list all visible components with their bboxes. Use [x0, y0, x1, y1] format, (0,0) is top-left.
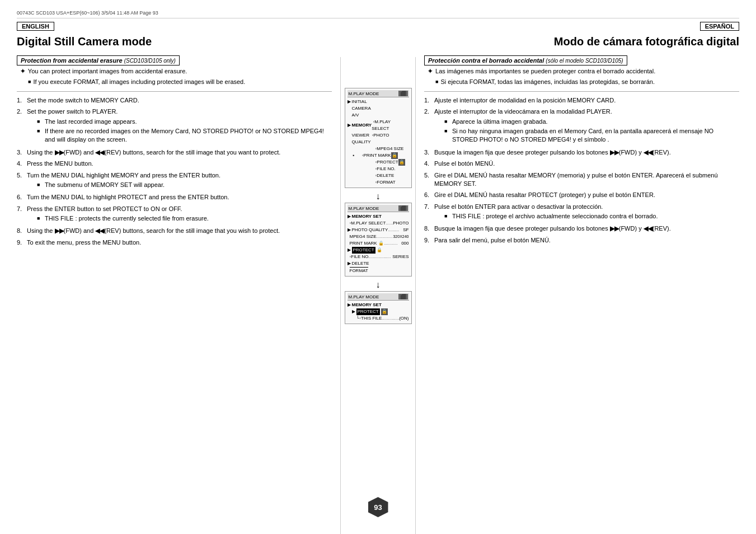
section-header-es: Protección contra el borrado accidental …: [424, 57, 739, 64]
step-en-4: 4. Press the MENU button.: [17, 160, 332, 168]
en-bullets: ✦ You can protect important images from …: [17, 67, 332, 87]
step-en-9: 9. To exit the menu, press the MENU butt…: [17, 238, 332, 247]
content-area: Protection from accidental erasure (SCD1…: [17, 57, 739, 534]
diagram-1: M.PLAY MODE ⬛ ▶INITIAL CAMERA A/V ▶MEMOR…: [345, 88, 412, 188]
lang-badge-es: ESPAÑOL: [700, 22, 739, 31]
step-en-5: 5. Turn the MENU DIAL highlight MEMORY a…: [17, 171, 332, 191]
step-en-8: 8. Using the ▶▶(FWD) and ◀◀(REV) buttons…: [17, 227, 332, 235]
english-column: Protection from accidental erasure (SCD1…: [17, 57, 340, 534]
diagrams-column: M.PLAY MODE ⬛ ▶INITIAL CAMERA A/V ▶MEMOR…: [340, 57, 416, 534]
step-es-7: 7. Pulse el botón ENTER para activar o d…: [424, 203, 739, 222]
step-en-1: 1. Set the mode switch to MEMORY CARD.: [17, 96, 332, 105]
step-en-7: 7. Press the ENTER button to set PROTECT…: [17, 205, 332, 224]
step-es-1: 1. Ajuste el interruptor de modalidad en…: [424, 96, 739, 105]
lang-badge-en: ENGLISH: [17, 22, 54, 31]
page-container: 00743C SCD103 USA+ESP(60~106) 3/5/04 11:…: [0, 0, 756, 534]
step-es-3: 3. Busque la imagen fija que desee prote…: [424, 148, 739, 157]
step-en-6: 6. Turn the MENU DIAL to highlight PROTE…: [17, 193, 332, 202]
section-header-en: Protection from accidental erasure (SCD1…: [17, 57, 332, 64]
step-en-2: 2. Set the power switch to PLAYER. The l…: [17, 107, 332, 146]
es-steps: 1. Ajuste el interruptor de modalidad en…: [424, 96, 739, 245]
diagram-3: M.PLAY MODE ⬛ ▶MEMORY SET ▶PROTECT 🔒 └◦T…: [345, 291, 412, 324]
file-info: 00743C SCD103 USA+ESP(60~106) 3/5/04 11:…: [17, 10, 739, 18]
main-title-es: Modo de cámara fotográfica digital: [554, 35, 739, 48]
step-en-3: 3. Using the ▶▶(FWD) and ◀◀(REV) buttons…: [17, 148, 332, 157]
step-es-8: 8. Busque la imagen fija que desee prote…: [424, 224, 739, 233]
main-title-en: Digital Still Camera mode: [17, 35, 152, 48]
es-bullets: ✦ Las imágenes más importantes se pueden…: [424, 67, 739, 87]
step-es-2: 2. Ajuste el interruptor de la videocáma…: [424, 107, 739, 146]
step-es-4: 4. Pulse el botón MENÚ.: [424, 160, 739, 168]
en-steps: 1. Set the mode switch to MEMORY CARD. 2…: [17, 96, 332, 247]
spanish-column: Protección contra el borrado accidental …: [416, 57, 739, 534]
diagram-2: M.PLAY MODE ⬛ ▶MEMORY SET ◦M.PLAY SELECT…: [345, 203, 412, 277]
step-es-9: 9. Para salir del menú, pulse el botón M…: [424, 236, 739, 245]
step-es-5: 5. Gire el DIAL MENÚ hasta resaltar MEMO…: [424, 171, 739, 189]
step-es-6: 6. Gire el DIAL MENÚ hasta resaltar PROT…: [424, 191, 739, 199]
